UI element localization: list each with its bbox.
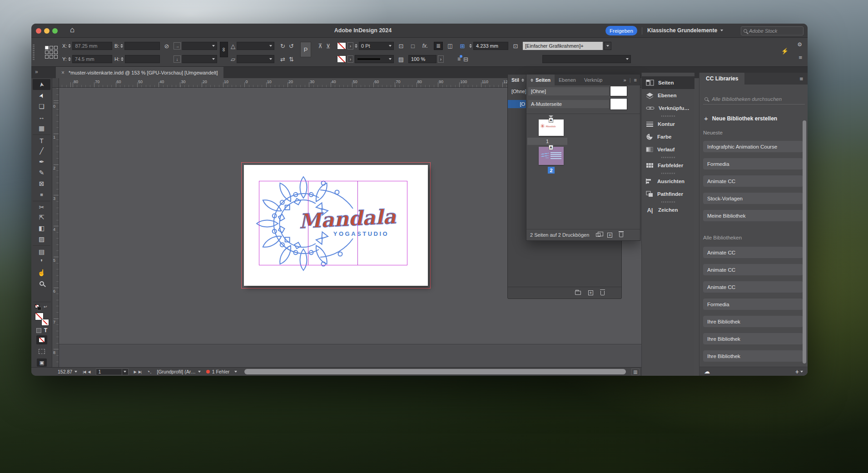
rotate-cw-icon[interactable]: ↻ [280,43,285,49]
select-content-icon[interactable]: ⊻ [326,43,331,49]
delete-style-icon[interactable] [600,291,605,295]
expand-panels-icon[interactable]: » [35,69,38,75]
note-tool[interactable]: ▤ [33,245,50,256]
delete-page-icon[interactable] [619,233,623,237]
page-1-label[interactable]: 1 [527,138,567,145]
dock-item-ebenen[interactable]: Ebenen [642,89,694,102]
document-tab[interactable]: × *muster-visitenkarte.indd @ 153 % [GPU… [56,67,223,78]
dock-item-pathfinder[interactable]: Pathfinder [642,188,694,200]
hand-tool[interactable]: ☝ [33,267,50,278]
cc-scrollbar[interactable] [803,120,806,363]
page-number-field[interactable]: 1 [96,368,129,375]
edit-page-size-icon[interactable] [596,233,600,237]
gradient-tool[interactable]: ◧ [33,223,50,234]
ruler-origin-corner[interactable] [52,78,59,88]
master-row-none[interactable]: [Ohne] [528,87,609,95]
dock-item-farbfelder[interactable]: Farbfelder [642,159,694,172]
library-item[interactable]: Ihre Bibliothek [703,316,803,327]
panel-menu-icon[interactable]: ≡ [799,75,808,82]
opacity-field[interactable]: 100 % [408,55,436,63]
create-library-button[interactable]: + Neue Bibliothek erstellen [704,115,777,122]
panel-menu-icon[interactable]: ≡ [799,54,802,61]
dock-drag-handle[interactable] [661,173,675,174]
rotate-ccw-icon[interactable]: ↺ [289,43,294,49]
document-page[interactable]: Mandala YOGASTUDIO [244,165,428,286]
cc-search-field[interactable] [703,94,805,105]
library-item[interactable]: Animate CC [703,264,803,275]
next-page-button[interactable]: ▶ [134,370,136,374]
y-field[interactable]: 74.5 mm [72,55,112,63]
reference-point-proxy[interactable] [45,46,58,59]
scale-y-dropdown[interactable] [182,55,217,63]
gap-field[interactable]: 4.233 mm [473,42,508,50]
library-item[interactable]: Formedia [703,158,803,169]
preflight-icon[interactable]: ◔. [147,368,152,375]
panel-drag-handle[interactable] [33,45,35,60]
stroke-weight-stepper[interactable] [355,44,357,48]
panel-menu-icon[interactable]: ≡ [634,77,637,83]
wrap-none-button[interactable]: ≣ [434,42,443,50]
close-tab-icon[interactable]: × [61,70,64,76]
library-item[interactable]: Meine Bibliothek [703,210,803,221]
x-field[interactable]: 87.25 mm [72,42,112,50]
tab-ebenen[interactable]: Ebenen [555,75,580,85]
new-style-icon[interactable] [588,290,593,295]
gear-icon[interactable]: ⚙ [797,41,802,48]
cloud-sync-icon[interactable]: ☁ [704,368,710,375]
dock-item-ausrichten[interactable]: Ausrichten [642,175,694,188]
format-container-button[interactable] [36,328,41,333]
scissors-tool[interactable]: ✂ [33,201,50,212]
add-element-button[interactable]: + [795,368,803,375]
object-style-caret[interactable] [604,42,611,50]
horizontal-scrollbar[interactable] [244,369,626,374]
shear-dropdown[interactable] [237,42,274,50]
y-stepper[interactable] [68,57,71,61]
content-collector-tool[interactable]: ▦ [33,123,50,134]
close-window-button[interactable] [36,28,41,34]
style-row-selected[interactable]: [O [508,100,526,108]
library-item[interactable]: Animate CC [703,247,803,258]
cc-search-input[interactable] [712,96,798,102]
format-text-button[interactable]: T [44,327,47,334]
gap-stepper[interactable] [469,44,472,48]
blend-effects-icon[interactable]: ≡ [457,56,461,62]
object-style-dropdown[interactable]: [Einfacher Grafikrahmen]+ [523,42,603,50]
zoom-window-button[interactable] [52,28,58,34]
page-2-label-selected[interactable]: 2 [548,167,555,174]
new-group-icon[interactable] [575,291,581,295]
workspace-switcher[interactable]: Klassische Grundelemente [647,27,723,34]
library-item[interactable]: Ihre Bibliothek [703,350,803,362]
quick-apply-icon[interactable]: ⚡ [781,48,789,55]
scale-x-dropdown[interactable] [182,42,217,50]
style-override-dropdown[interactable] [542,55,631,63]
width-stepper[interactable] [120,44,123,48]
eyedropper-tool[interactable]: ❜ [33,256,50,267]
master-thumbnail[interactable] [610,86,627,96]
library-item[interactable]: Ihre Bibliothek [703,333,803,344]
dock-item-farbe[interactable]: Farbe [642,130,694,143]
tab-stil[interactable]: Stil [508,75,528,85]
apply-style-icon[interactable] [39,349,45,354]
apply-none-button[interactable] [36,335,47,344]
flip-vertical-icon[interactable]: ⇅ [289,56,294,62]
pencil-tool[interactable]: ✎ [33,167,50,178]
wrap-around-button[interactable]: ◫ [446,42,455,50]
dock-item-seiten[interactable]: Seiten [642,76,694,89]
drop-shadow-icon[interactable]: ⊟ [463,56,468,62]
page-tool[interactable]: ❏ [33,101,50,112]
prev-page-button[interactable]: ◀ [88,370,90,374]
gap-tool[interactable]: ↔ [33,112,50,123]
zoom-level-dropdown[interactable]: 152.87 [58,369,77,374]
home-icon[interactable]: ⌂ [70,25,74,35]
stroke-weight-dropdown[interactable]: 0 Pt [359,42,394,50]
direct-selection-tool[interactable]: ➤ [33,90,50,101]
dock-drag-handle[interactable] [661,157,675,158]
fill-flyout-icon[interactable]: › [347,55,353,63]
unlink-dimensions-icon[interactable]: ⊘ [164,43,169,49]
stroke-color-swatch[interactable] [337,42,346,50]
stroke-style-dropdown[interactable] [355,55,394,63]
error-status[interactable]: 1 Fehler [206,369,238,374]
gradient-feather-tool[interactable]: ▨ [33,234,50,244]
adobe-stock-search[interactable] [741,26,804,35]
preflight-profile-dropdown[interactable]: [Grundprofil] (Ar… [157,369,201,374]
